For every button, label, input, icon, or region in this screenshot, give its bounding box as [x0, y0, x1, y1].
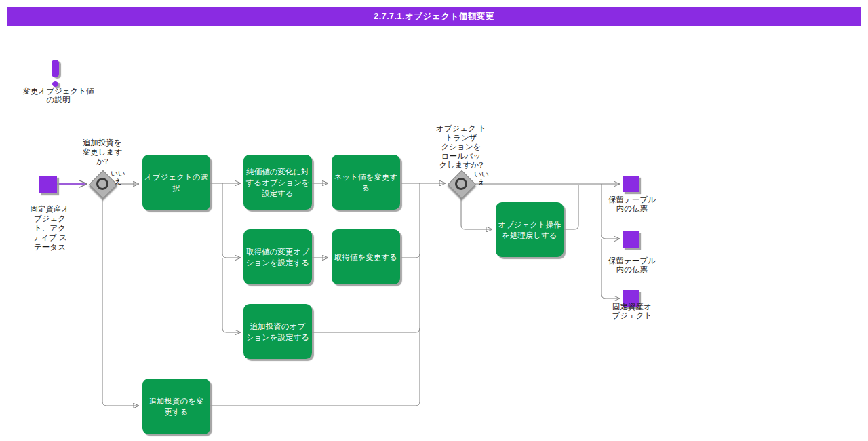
connector-gateway1-yes-to-change-additional: [102, 197, 138, 406]
output-pending-doc-1-node: [623, 176, 639, 192]
output-pending-doc-2-node: [623, 231, 639, 248]
gateway-1-circle-icon: [96, 178, 108, 190]
gateway-2-question: オブジェク ト トランザ クションを ロールバッ クしますか?: [427, 124, 495, 170]
process-diagram: 2.7.7.1.オブジェクト価額変更 変更オブジェクト値: [0, 0, 868, 441]
task-change-net-value: ネット値を変更す る: [332, 155, 400, 210]
connector-select-to-additional-options: [222, 258, 240, 332]
output-pending-doc-1-label: 保留テーブル 内の伝票: [598, 195, 666, 213]
start-event-node: [39, 176, 57, 193]
output-pending-doc-2-label: 保留テーブル 内の伝票: [598, 256, 666, 274]
task-set-acquisition-options: 取得値の変更オプ ションを設定する: [243, 229, 312, 284]
connector-select-to-acquisition-options: [222, 183, 240, 258]
connector-change-acq-join: [401, 254, 420, 258]
connector-additional-options-join: [312, 328, 420, 332]
task-change-acquisition-value: 取得値を変更する: [332, 229, 400, 284]
task-rollback-object-operation: オブジェクト操作 を処理戻しする: [496, 202, 564, 257]
start-event-label: 固定資産オ ブジェク ト、アク ティブ ス テータス: [18, 204, 82, 252]
connector-change-additional-join: [210, 402, 420, 406]
gateway-1-no-label: いい え: [108, 169, 128, 185]
annotation-label: 変更オブジェクト値 の説明: [20, 87, 96, 104]
task-set-additional-investment-options: 追加投資のオプ ションを設定する: [243, 304, 312, 359]
output-fixed-asset-object-label: 固定資産オ ブジェクト: [598, 303, 666, 320]
task-change-additional-investment: 追加投資のを変 更する: [142, 379, 210, 434]
gateway-1-question: 追加投資を 変更します か?: [68, 138, 136, 166]
exclamation-icon: [52, 60, 59, 77]
task-select-object: オブジェクトの選 択: [142, 155, 210, 210]
connectors-layer: [0, 0, 868, 441]
gateway-2-no-label: いい え: [471, 170, 492, 186]
connector-rollback-join: [564, 185, 578, 229]
gateway-2-circle-icon: [455, 178, 467, 190]
task-set-net-value-options: 純価値の変化に対 するオプションを 設定する: [243, 155, 312, 210]
connector-gateway2-yes-to-rollback: [461, 197, 492, 229]
